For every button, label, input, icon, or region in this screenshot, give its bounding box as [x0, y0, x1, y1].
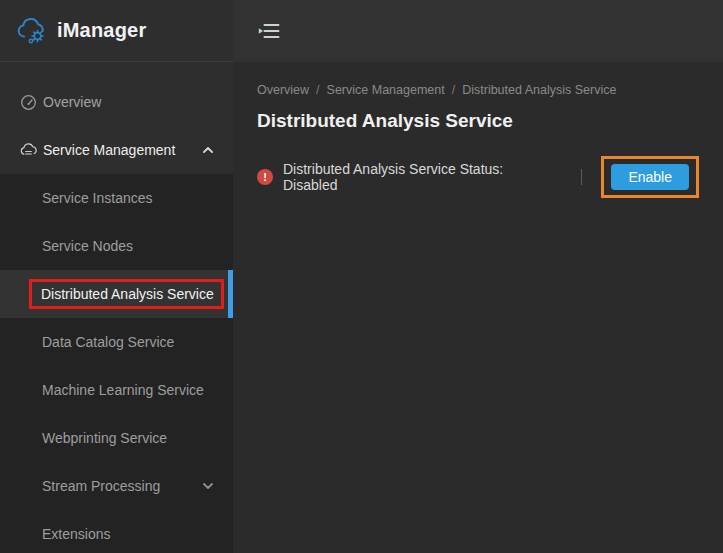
sidebar-item-label: Distributed Analysis Service: [41, 286, 214, 302]
sidebar-item-overview[interactable]: Overview: [0, 78, 233, 126]
sidebar-item-label: Service Instances: [42, 190, 153, 206]
main-area: Overview / Service Management / Distribu…: [233, 0, 723, 553]
sidebar-nav: Overview Service Management: [0, 62, 233, 553]
sidebar-item-webprinting-service[interactable]: Webprinting Service: [0, 414, 233, 462]
sidebar-item-label: Service Nodes: [42, 238, 133, 254]
top-bar: [233, 0, 723, 62]
sidebar-item-label: Webprinting Service: [42, 430, 167, 446]
chevron-down-icon: [203, 483, 213, 489]
breadcrumb-separator: /: [316, 83, 319, 97]
breadcrumb: Overview / Service Management / Distribu…: [257, 83, 699, 97]
app-title: iManager: [57, 19, 146, 42]
page-content: Overview / Service Management / Distribu…: [233, 62, 723, 198]
sidebar-item-label: Stream Processing: [42, 478, 160, 494]
cloud-gear-logo-icon: [15, 15, 49, 47]
sidebar-item-service-instances[interactable]: Service Instances: [0, 174, 233, 222]
page-title: Distributed Analysis Service: [257, 110, 699, 132]
breadcrumb-separator: /: [452, 83, 455, 97]
sidebar-item-distributed-analysis-service[interactable]: Distributed Analysis Service: [0, 270, 233, 318]
dashboard-icon: [20, 94, 37, 111]
sidebar-item-service-management[interactable]: Service Management: [0, 126, 233, 174]
breadcrumb-item-service-management[interactable]: Service Management: [327, 83, 445, 97]
sidebar-item-machine-learning-service[interactable]: Machine Learning Service: [0, 366, 233, 414]
sidebar-item-label: Extensions: [42, 526, 110, 542]
cloud-server-icon: [20, 142, 37, 158]
sidebar-item-label: Data Catalog Service: [42, 334, 174, 350]
sidebar-item-label: Machine Learning Service: [42, 382, 204, 398]
breadcrumb-item-distributed-analysis-service: Distributed Analysis Service: [462, 83, 616, 97]
orange-annotation-box: Enable: [601, 156, 699, 198]
sidebar-item-service-nodes[interactable]: Service Nodes: [0, 222, 233, 270]
sidebar-item-label: Service Management: [43, 142, 175, 158]
chevron-up-icon: [203, 147, 213, 153]
vertical-divider: [581, 169, 582, 185]
service-status-row: Distributed Analysis Service Status: Dis…: [257, 156, 699, 198]
sidebar: iManager Overview: [0, 0, 233, 553]
sidebar-header: iManager: [0, 0, 233, 62]
service-management-submenu: Service Instances Service Nodes Distribu…: [0, 174, 233, 553]
sidebar-item-stream-processing[interactable]: Stream Processing: [0, 462, 233, 510]
sidebar-item-label: Overview: [43, 94, 101, 110]
menu-fold-icon[interactable]: [257, 21, 281, 41]
selected-item-accent-bar: [228, 270, 233, 318]
alert-exclamation-icon: [257, 169, 273, 185]
sidebar-item-extensions[interactable]: Extensions: [0, 510, 233, 553]
sidebar-item-data-catalog-service[interactable]: Data Catalog Service: [0, 318, 233, 366]
app-window: iManager Overview: [0, 0, 723, 553]
service-status-text: Distributed Analysis Service Status: Dis…: [283, 161, 559, 193]
red-annotation-box: Distributed Analysis Service: [29, 279, 224, 309]
breadcrumb-item-overview[interactable]: Overview: [257, 83, 309, 97]
enable-button[interactable]: Enable: [611, 164, 689, 190]
